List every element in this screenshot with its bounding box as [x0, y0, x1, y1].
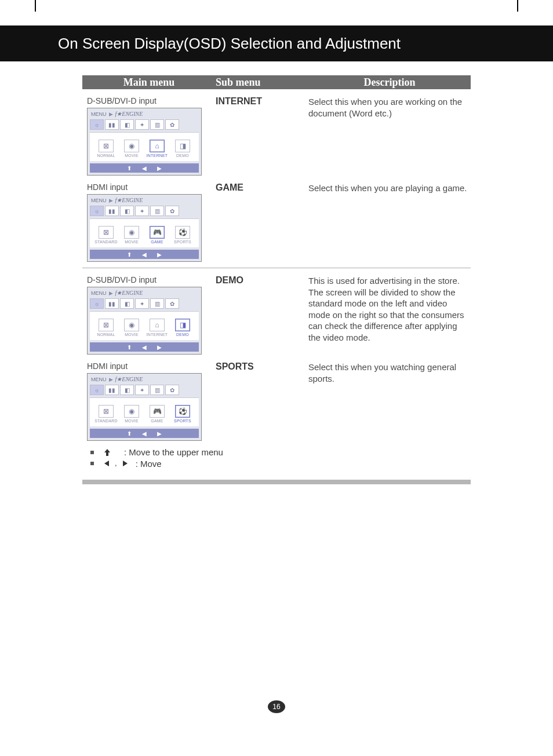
osd-mode-demo[interactable]: ◨DEMO	[171, 319, 194, 337]
osd-tab-icon[interactable]: ☼	[90, 206, 104, 216]
sports-icon: ⚽	[175, 226, 190, 239]
chevron-right-icon: ▶	[109, 198, 113, 203]
nav-up-icon[interactable]: ⬆	[126, 165, 133, 171]
osd-tab-icon[interactable]: ✿	[165, 298, 179, 309]
osd-footer-nav: ⬆◀▶	[90, 429, 199, 438]
osd-tab-icon[interactable]: ✦	[135, 119, 149, 130]
osd-tabs: ☼▮▮◧✦▥✿	[88, 385, 201, 397]
osd-mode-sports[interactable]: ⚽SPORTS	[171, 405, 194, 423]
osd-mode-label: DEMO	[176, 333, 189, 337]
submenu-label: GAME	[216, 182, 308, 193]
description-col: This is used for advertising in the stor…	[308, 268, 471, 355]
main-menu-col: HDMI inputMENU▶f★ENGINE☼▮▮◧✦▥✿⊠STANDARD◉…	[82, 355, 216, 441]
osd-tab-icon[interactable]: ▥	[150, 119, 164, 130]
legend-up-text: : Move to the upper menu	[124, 447, 223, 458]
description-text: Select this when you watching general sp…	[308, 361, 471, 384]
description-text: Select this when you are working on the …	[308, 96, 471, 119]
nav-up-icon[interactable]: ⬆	[126, 430, 133, 437]
osd-tab-icon[interactable]: ◧	[120, 206, 134, 216]
demo-icon: ◨	[175, 140, 190, 152]
osd-tab-icon[interactable]: ▮▮	[105, 119, 119, 130]
menu-row: HDMI inputMENU▶f★ENGINE☼▮▮◧✦▥✿⊠STANDARD◉…	[82, 355, 471, 441]
osd-tab-icon[interactable]: ☼	[90, 385, 104, 395]
nav-left-icon[interactable]: ◀	[141, 165, 148, 171]
osd-tab-icon[interactable]: ▮▮	[105, 385, 119, 395]
osd-mode-label: STANDARD	[94, 240, 118, 244]
osd-footer-nav: ⬆◀▶	[90, 163, 199, 173]
osd-tabs: ☼▮▮◧✦▥✿	[88, 206, 201, 218]
game-icon: 🎮	[150, 405, 165, 418]
bullet-icon	[90, 462, 94, 465]
osd-mode-normal[interactable]: ⊠NORMAL	[94, 140, 118, 158]
osd-tab-icon[interactable]: ▥	[150, 298, 164, 309]
breadcrumb-menu: MENU	[91, 111, 107, 117]
sub-menu-col: DEMO	[216, 268, 308, 355]
osd-tab-icon[interactable]: ▮▮	[105, 298, 119, 309]
game-icon: 🎮	[150, 226, 165, 239]
submenu-label: INTERNET	[216, 96, 308, 107]
col-sub-menu: Sub menu	[216, 76, 308, 89]
osd-mode-label: NORMAL	[97, 333, 115, 337]
osd-mode-standard[interactable]: ⊠STANDARD	[94, 405, 118, 423]
osd-mode-normal[interactable]: ⊠NORMAL	[94, 319, 118, 337]
osd-tab-icon[interactable]: ✦	[135, 298, 149, 309]
osd-mode-label: INTERNET	[147, 154, 168, 158]
osd-panel: MENU▶f★ENGINE☼▮▮◧✦▥✿⊠STANDARD◉MOVIE🎮GAME…	[87, 373, 202, 441]
osd-tab-icon[interactable]: ◧	[120, 385, 134, 395]
sub-menu-col: SPORTS	[216, 355, 308, 441]
nav-up-icon[interactable]: ⬆	[126, 344, 133, 350]
normal-icon: ⊠	[99, 140, 114, 152]
osd-tab-icon[interactable]: ☼	[90, 298, 104, 309]
osd-mode-sports[interactable]: ⚽SPORTS	[171, 226, 194, 244]
osd-tab-icon[interactable]: ✿	[165, 206, 179, 216]
osd-mode-label: MOVIE	[125, 333, 139, 337]
legend-row-up: : Move to the upper menu	[90, 447, 471, 458]
chevron-right-icon: ▶	[109, 111, 113, 117]
nav-left-icon[interactable]: ◀	[141, 344, 148, 350]
osd-mode-movie[interactable]: ◉MOVIE	[120, 140, 143, 158]
osd-mode-label: MOVIE	[125, 419, 139, 423]
column-header-row: Main menu Sub menu Description	[82, 75, 471, 89]
osd-tab-icon[interactable]: ▥	[150, 206, 164, 216]
nav-right-icon[interactable]: ▶	[156, 251, 163, 258]
nav-right-icon[interactable]: ▶	[156, 344, 163, 350]
nav-left-icon[interactable]: ◀	[141, 251, 148, 258]
osd-tab-icon[interactable]: ☼	[90, 119, 104, 130]
chevron-right-icon: ▶	[109, 290, 113, 296]
up-icon	[103, 448, 111, 456]
normal-icon: ⊠	[99, 319, 114, 331]
breadcrumb-fengine: f★ENGINE	[115, 290, 143, 296]
description-col: Select this when you are working on the …	[308, 89, 471, 176]
osd-mode-internet[interactable]: ⌂INTERNET	[145, 319, 169, 337]
nav-right-icon[interactable]: ▶	[156, 430, 163, 437]
osd-body: ⊠STANDARD◉MOVIE🎮GAME⚽SPORTS	[90, 397, 199, 426]
nav-left-icon[interactable]: ◀	[141, 430, 148, 437]
nav-up-icon[interactable]: ⬆	[126, 251, 133, 258]
osd-tab-icon[interactable]: ✿	[165, 385, 179, 395]
osd-mode-internet[interactable]: ⌂INTERNET	[145, 140, 169, 158]
osd-tabs: ☼▮▮◧✦▥✿	[88, 119, 201, 132]
osd-tab-icon[interactable]: ◧	[120, 119, 134, 130]
osd-breadcrumb: MENU▶f★ENGINE	[88, 287, 201, 298]
main-menu-col: HDMI inputMENU▶f★ENGINE☼▮▮◧✦▥✿⊠STANDARD◉…	[82, 176, 216, 262]
osd-mode-label: GAME	[151, 419, 163, 423]
osd-mode-movie[interactable]: ◉MOVIE	[120, 226, 143, 244]
osd-mode-label: SPORTS	[174, 419, 191, 423]
osd-tab-icon[interactable]: ▥	[150, 385, 164, 395]
osd-tab-icon[interactable]: ✦	[135, 385, 149, 395]
osd-tab-icon[interactable]: ▮▮	[105, 206, 119, 216]
osd-tab-icon[interactable]: ✿	[165, 119, 179, 130]
osd-mode-game[interactable]: 🎮GAME	[145, 405, 169, 423]
sports-icon: ⚽	[175, 405, 190, 418]
osd-tab-icon[interactable]: ◧	[120, 298, 134, 309]
osd-mode-movie[interactable]: ◉MOVIE	[120, 319, 143, 337]
osd-mode-standard[interactable]: ⊠STANDARD	[94, 226, 118, 244]
osd-panel: MENU▶f★ENGINE☼▮▮◧✦▥✿⊠STANDARD◉MOVIE🎮GAME…	[87, 194, 202, 262]
osd-mode-demo[interactable]: ◨DEMO	[171, 140, 194, 158]
osd-tab-icon[interactable]: ✦	[135, 206, 149, 216]
nav-right-icon[interactable]: ▶	[156, 165, 163, 171]
osd-mode-game[interactable]: 🎮GAME	[145, 226, 169, 244]
osd-body: ⊠NORMAL◉MOVIE⌂INTERNET◨DEMO	[90, 132, 199, 161]
osd-footer-nav: ⬆◀▶	[90, 250, 199, 259]
osd-mode-movie[interactable]: ◉MOVIE	[120, 405, 143, 423]
